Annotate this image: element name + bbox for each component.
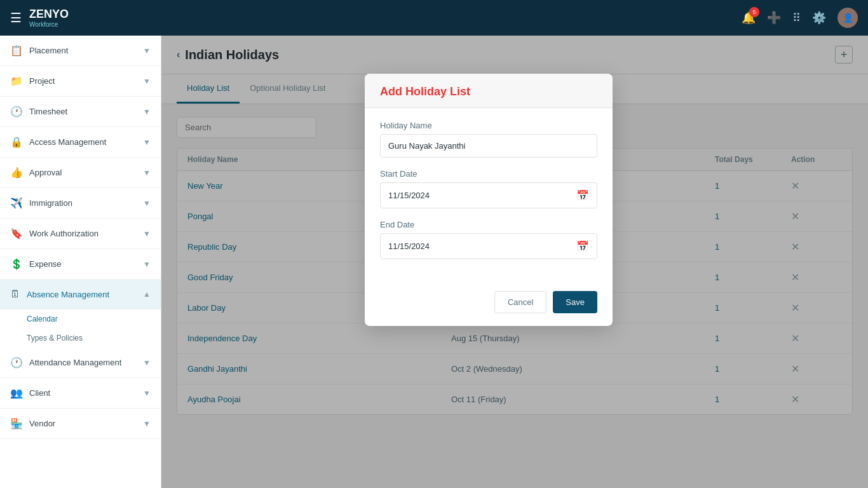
- sidebar-sub-calendar-label: Calendar: [27, 315, 58, 323]
- sidebar-sub-calendar[interactable]: Calendar: [0, 309, 161, 329]
- sidebar-item-work-authorization[interactable]: 🔖 Work Authorization ▼: [0, 219, 161, 249]
- sidebar-label-timesheet: Timesheet: [29, 107, 67, 116]
- topnav-left: ☰ ZENYO Workforce: [10, 8, 69, 28]
- sidebar-label-project: Project: [29, 76, 55, 86]
- sidebar-label-approval: Approval: [29, 168, 62, 177]
- sidebar-label-expense: Expense: [29, 259, 62, 269]
- sidebar-sub-types-label: Types & Policies: [27, 334, 83, 342]
- sidebar-item-project[interactable]: 📁 Project ▼: [0, 66, 161, 97]
- holiday-name-input[interactable]: [388, 141, 589, 151]
- logo-sub: Workforce: [29, 21, 69, 28]
- modal-header: Add Holiday List: [365, 74, 613, 108]
- modal-title-holiday: Holiday: [405, 85, 447, 98]
- modal-title-part1: Add: [380, 85, 405, 98]
- sidebar-item-client[interactable]: 👥 Client ▼: [0, 378, 161, 409]
- hamburger-icon[interactable]: ☰: [10, 10, 22, 25]
- main-content: ‹ Indian Holidays + Holiday List Optiona…: [161, 36, 868, 488]
- sidebar-item-expense[interactable]: 💲 Expense ▼: [0, 249, 161, 280]
- sidebar-item-immigration[interactable]: ✈️ Immigration ▼: [0, 188, 161, 219]
- form-group-end-date: End Date 📅: [380, 220, 597, 259]
- vendor-chevron: ▼: [143, 419, 151, 428]
- attendance-icon: 🕐: [10, 356, 23, 369]
- placement-icon: 📋: [10, 44, 23, 57]
- sidebar-item-attendance[interactable]: 🕐 Attendance Management ▼: [0, 348, 161, 378]
- sidebar-item-approval[interactable]: 👍 Approval ▼: [0, 158, 161, 188]
- sidebar-item-absence-management[interactable]: 🗓 Absence Management ▲: [0, 280, 161, 309]
- form-group-start-date: Start Date 📅: [380, 169, 597, 208]
- end-date-input[interactable]: [388, 241, 576, 251]
- sidebar-label-client: Client: [29, 388, 50, 398]
- notification-icon[interactable]: 🔔 5: [742, 11, 756, 25]
- immigration-icon: ✈️: [10, 197, 23, 209]
- project-icon: 📁: [10, 75, 23, 87]
- modal-title: Add Holiday List: [380, 85, 597, 98]
- start-date-calendar-icon[interactable]: 📅: [576, 189, 589, 201]
- expense-icon: 💲: [10, 258, 23, 270]
- access-chevron: ▼: [143, 138, 151, 147]
- save-button[interactable]: Save: [553, 291, 597, 313]
- modal-body: Holiday Name Start Date 📅 End Date: [365, 108, 613, 283]
- sidebar-label-immigration: Immigration: [29, 198, 72, 208]
- logo-text: ZENYO: [29, 8, 69, 20]
- sidebar-sub-types-policies[interactable]: Types & Policies: [0, 329, 161, 348]
- absence-chevron: ▲: [143, 290, 151, 299]
- form-group-name: Holiday Name: [380, 121, 597, 158]
- sidebar-label-vendor: Vendor: [29, 419, 55, 428]
- placement-chevron: ▼: [143, 46, 151, 55]
- project-chevron: ▼: [143, 77, 151, 86]
- start-date-input[interactable]: [388, 191, 576, 200]
- sidebar-label-placement: Placement: [29, 46, 68, 55]
- notification-badge: 5: [749, 7, 759, 17]
- immigration-chevron: ▼: [143, 199, 151, 208]
- modal-title-part3: List: [447, 85, 470, 98]
- settings-icon[interactable]: ⚙️: [812, 11, 826, 25]
- sidebar-item-vendor[interactable]: 🏪 Vendor ▼: [0, 409, 161, 439]
- client-chevron: ▼: [143, 389, 151, 398]
- add-icon[interactable]: ➕: [767, 11, 781, 25]
- approval-icon: 👍: [10, 166, 23, 179]
- holiday-name-field-wrap: [380, 134, 597, 158]
- topnav-right: 🔔 5 ➕ ⠿ ⚙️ 👤: [742, 8, 858, 28]
- end-date-field-wrap: 📅: [380, 233, 597, 259]
- expense-chevron: ▼: [143, 260, 151, 269]
- grid-icon[interactable]: ⠿: [792, 11, 801, 25]
- topnav: ☰ ZENYO Workforce 🔔 5 ➕ ⠿ ⚙️ 👤: [0, 0, 868, 36]
- sidebar-item-timesheet[interactable]: 🕐 Timesheet ▼: [0, 97, 161, 127]
- approval-chevron: ▼: [143, 168, 151, 177]
- timesheet-icon: 🕐: [10, 105, 23, 118]
- sidebar-label-absence: Absence Management: [27, 290, 109, 299]
- vendor-icon: 🏪: [10, 417, 23, 430]
- end-date-label: End Date: [380, 220, 597, 229]
- attendance-chevron: ▼: [143, 358, 151, 367]
- start-date-label: Start Date: [380, 169, 597, 179]
- work-auth-icon: 🔖: [10, 227, 23, 240]
- access-icon: 🔒: [10, 136, 23, 148]
- client-icon: 👥: [10, 387, 23, 399]
- sidebar-item-placement[interactable]: 📋 Placement ▼: [0, 36, 161, 66]
- sidebar-label-work-authorization: Work Authorization: [29, 229, 98, 238]
- work-auth-chevron: ▼: [143, 229, 151, 238]
- avatar[interactable]: 👤: [837, 8, 858, 28]
- sidebar: 📋 Placement ▼ 📁 Project ▼ 🕐 Timesheet ▼ …: [0, 36, 161, 488]
- start-date-field-wrap: 📅: [380, 182, 597, 208]
- modal-footer: Cancel Save: [365, 283, 613, 326]
- holiday-name-label: Holiday Name: [380, 121, 597, 130]
- logo: ZENYO Workforce: [29, 8, 69, 28]
- cancel-button[interactable]: Cancel: [494, 291, 546, 313]
- end-date-calendar-icon[interactable]: 📅: [576, 240, 589, 252]
- add-holiday-modal: Add Holiday List Holiday Name Start Date: [365, 74, 613, 326]
- sidebar-label-attendance: Attendance Management: [29, 358, 121, 367]
- modal-overlay: Add Holiday List Holiday Name Start Date: [161, 36, 868, 488]
- absence-icon: 🗓: [10, 288, 20, 300]
- sidebar-item-access-management[interactable]: 🔒 Access Management ▼: [0, 127, 161, 158]
- timesheet-chevron: ▼: [143, 107, 151, 116]
- sidebar-label-access: Access Management: [29, 137, 106, 147]
